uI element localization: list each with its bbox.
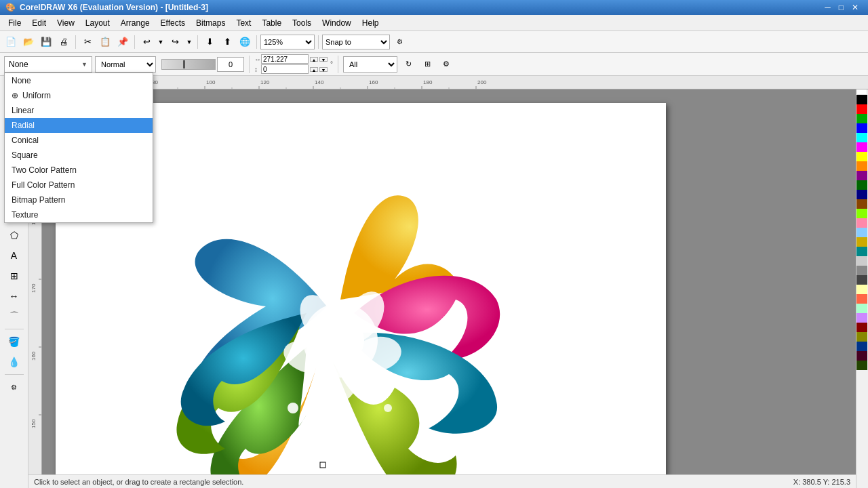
navy-swatch[interactable] [856,190,867,199]
snap-to-select[interactable]: Snap to Snap to Grid Snap to Guidelines [322,35,390,49]
blend-mode-select[interactable]: Normal Multiply Screen [95,56,156,73]
menu-item-table[interactable]: Table [256,17,287,29]
menu-item-bitmaps[interactable]: Bitmaps [191,17,231,29]
brown-swatch[interactable] [856,199,867,209]
magenta-swatch[interactable] [856,142,867,152]
title-bar: 🎨 CorelDRAW X6 (Evaluation Version) - [U… [0,0,868,15]
undo-button[interactable]: ↩ [138,34,155,50]
flower-artwork [96,117,571,488]
y-coord-input[interactable]: 0 [261,64,309,74]
green-swatch[interactable] [856,114,867,123]
fill-option-linear[interactable]: Linear [5,103,153,118]
purple-swatch[interactable] [856,171,867,180]
black-swatch[interactable] [856,95,867,104]
red-swatch[interactable] [856,104,867,114]
cut-button[interactable]: ✂ [79,34,96,50]
table-tool[interactable]: ⊞ [4,266,24,285]
import-button[interactable]: ⬇ [201,34,218,50]
teal-swatch[interactable] [856,247,867,256]
olive-swatch[interactable] [856,332,867,342]
align-button[interactable]: ⊞ [419,56,435,73]
menu-item-arrange[interactable]: Arrange [115,17,155,29]
menu-item-window[interactable]: Window [317,17,357,29]
tool-sep2 [5,329,24,329]
cyan-swatch[interactable] [856,133,867,142]
lime-swatch[interactable] [856,209,867,218]
fill-option-none[interactable]: None [5,73,153,88]
fill-option-two-color[interactable]: Two Color Pattern [5,163,153,178]
options-button[interactable]: ⚙ [4,378,24,396]
fill-option-texture[interactable]: Texture [5,207,153,222]
pink-swatch[interactable] [856,218,867,228]
save-button[interactable]: 💾 [38,34,54,50]
x-coord-input[interactable]: 271.227 [261,54,309,64]
canvas-area[interactable]: 40 60 80 100 120 140 160 180 200 [28,76,868,488]
connector-tool[interactable]: ⌒ [4,307,24,326]
app-icon: 🎨 [5,3,16,12]
export-button[interactable]: ⬆ [219,34,235,50]
polygon-tool[interactable]: ⬠ [4,226,24,245]
gray-swatch[interactable] [856,266,867,275]
zoom-select[interactable]: 125% 100% 75% 50% [260,35,315,49]
blue-swatch[interactable] [856,123,867,133]
publish-button[interactable]: 🌐 [237,34,253,50]
maximize-button[interactable]: □ [835,3,848,12]
open-button[interactable]: 📂 [20,34,37,50]
fill-tool[interactable]: 🪣 [4,332,24,351]
orange-swatch[interactable] [856,161,867,171]
fill-option-square[interactable]: Square [5,148,153,163]
snap-options-button[interactable]: ⚙ [391,34,408,50]
y-up-button[interactable]: ▲ [310,67,318,72]
menu-item-text[interactable]: Text [231,17,256,29]
silver-swatch[interactable] [856,256,867,266]
fill-option-bitmap[interactable]: Bitmap Pattern [5,192,153,207]
dark-green-swatch[interactable] [856,180,867,190]
undo-dropdown[interactable]: ▼ [156,34,165,50]
new-button[interactable]: 📄 [3,34,19,50]
text-tool[interactable]: A [4,246,24,265]
light-yellow-swatch[interactable] [856,285,867,294]
menu-item-view[interactable]: View [52,17,80,29]
cursor-pos: X: 380.5 Y: 215.3 [793,478,850,486]
menu-item-effects[interactable]: Effects [155,17,191,29]
sky-blue-swatch[interactable] [856,228,867,237]
parallel-dim-tool[interactable]: ↔ [4,287,24,306]
redo-button[interactable]: ↪ [167,34,183,50]
x-up-button[interactable]: ▲ [310,57,318,62]
minimize-button[interactable]: ─ [821,3,835,12]
redo-dropdown[interactable]: ▼ [184,34,194,50]
opacity-input[interactable] [217,57,244,72]
fill-dropdown-button[interactable]: None ▼ [4,56,92,73]
dark-blue-swatch[interactable] [856,342,867,351]
forest-swatch[interactable] [856,361,867,370]
lavender-swatch[interactable] [856,313,867,323]
fill-option-conical[interactable]: Conical [5,133,153,148]
copy-button[interactable]: 📋 [97,34,113,50]
x-down-button[interactable]: ▼ [319,57,328,62]
maroon-swatch[interactable] [856,351,867,361]
mint-swatch[interactable] [856,304,867,313]
menu-item-layout[interactable]: Layout [80,17,115,29]
object-type-select[interactable]: All Groups Curves [343,56,397,73]
eyedropper-tool[interactable]: 💧 [4,352,24,371]
dark-gray-swatch[interactable] [856,275,867,285]
coral-swatch[interactable] [856,294,867,304]
menu-item-help[interactable]: Help [357,17,384,29]
dark-red-swatch[interactable] [856,323,867,332]
fill-option-radial[interactable]: Radial [5,118,153,133]
gold-swatch[interactable] [856,237,867,247]
paste-button[interactable]: 📌 [115,34,131,50]
menu-item-tools[interactable]: Tools [287,17,317,29]
yellow-swatch[interactable] [856,152,867,161]
slider-bar[interactable] [161,59,216,70]
fill-option-full-color[interactable]: Full Color Pattern [5,178,153,192]
settings-button[interactable]: ⚙ [438,56,454,73]
close-button[interactable]: ✕ [848,3,863,12]
menu-bar: FileEditViewLayoutArrangeEffectsBitmapsT… [0,15,868,31]
transform-button[interactable]: ↻ [400,56,416,73]
print-button[interactable]: 🖨 [56,34,72,50]
y-down-button[interactable]: ▼ [319,67,328,72]
fill-option-uniform[interactable]: ⊕ Uniform [5,88,153,103]
menu-item-file[interactable]: File [3,17,26,29]
menu-item-edit[interactable]: Edit [26,17,52,29]
